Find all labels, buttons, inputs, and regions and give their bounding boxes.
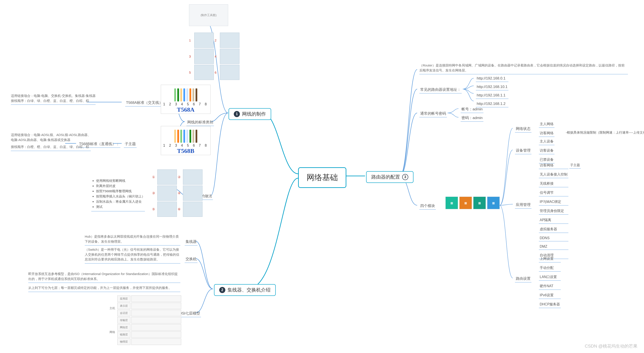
sub-topic[interactable]: 子主题	[124, 141, 137, 148]
osi-label[interactable]: OSI七层模型	[178, 310, 201, 317]
dev-mgmt-item[interactable]: 访客设备	[539, 148, 554, 154]
watermark: CSDN @桃花坞生动的芒果	[585, 343, 638, 349]
hub-label[interactable]: 集线器	[185, 238, 198, 246]
app-mgmt-item[interactable]: 无人设备接入控制	[539, 172, 568, 178]
root-node[interactable]: 网络基础	[298, 167, 346, 188]
route-set-item[interactable]: 手动分配	[539, 265, 561, 272]
router-cred-label[interactable]: 通常的帐号密码	[419, 110, 447, 117]
app-mgmt-item[interactable]: DMZ	[539, 244, 568, 250]
net-status[interactable]: 网络状态	[515, 126, 532, 132]
app-mgmt[interactable]: 应用管理	[515, 202, 532, 208]
crystal-steps-photo: ①② ③④ ⑤⑥	[152, 170, 202, 217]
cred-pass: 密码：admin	[460, 115, 484, 122]
osi-diagram: 主机网络 应用层表示层会话层传输层网络层链路层物理层	[109, 296, 181, 345]
route-set-item[interactable]: DHCP服务器	[539, 302, 561, 308]
branch-cable-label: 网线的制作	[242, 111, 266, 117]
hub-desc: Hub）是指将多条以太网双绞线或光纤集合连接在同一段物理介质下的设备。发生在物理…	[85, 234, 180, 246]
module-icons: ▦ ▦ ▦ ▦	[446, 196, 500, 209]
route-set[interactable]: 路由设置	[515, 276, 532, 282]
route-set-item[interactable]: LAN口设置	[539, 274, 561, 281]
switch-label[interactable]: 交换机	[185, 256, 198, 263]
app-mgmt-item[interactable]: AP隔离	[539, 217, 568, 224]
four-modules[interactable]: 四个模块	[419, 203, 436, 210]
router-desc: （Router）是连接因特网中各局域网、广域网的设备。在路由器中记录着路由表，它…	[419, 63, 628, 74]
app-mgmt-item[interactable]: 管理员身份限定	[539, 208, 568, 214]
net-status-item[interactable]: 访客网络	[539, 130, 554, 137]
guest-note: -根据具体情况做限制（限制网速：上行速率----上传文件...下行速率：看视频.…	[565, 130, 644, 135]
tools-image: (制作工具图)	[189, 4, 228, 26]
badge-3: 3	[402, 174, 408, 180]
cred-user: 帐号：admin	[460, 106, 484, 113]
switch-desc: （Switch）是一种用于电（光）信号转发的网络设备。它可以为接入交换机的任意两…	[85, 247, 180, 264]
t568b-diagram: 1 2 3 4 5 6 7 8 T568B	[161, 126, 210, 155]
net-status-item[interactable]: 主人网络	[539, 121, 554, 128]
branch-hub-label: 集线器、交换机介绍	[228, 287, 270, 293]
route-set-item[interactable]: 硬件NAT	[539, 283, 561, 290]
badge-1: 1	[234, 111, 240, 117]
app-sub: 子主题	[569, 162, 581, 168]
route-set-item[interactable]: 上网设置	[539, 256, 561, 262]
router-addr[interactable]: http://192.168.1.1	[476, 92, 508, 99]
branch-router-label: 路由器的配置	[371, 174, 400, 180]
app-mgmt-item[interactable]: 访客网络	[539, 162, 568, 169]
dev-mgmt-item[interactable]: 主人设备	[539, 138, 554, 145]
branch-router-config[interactable]: 路由器的配置 3	[366, 171, 414, 183]
app-mgmt-item[interactable]: 无线桥接	[539, 181, 568, 187]
badge-2: 2	[219, 287, 225, 293]
app-mgmt-item[interactable]: IP与MAC绑定	[539, 199, 568, 206]
osi-desc: 即开放系统互连参考模型，是由ISO（International Organiza…	[28, 272, 180, 293]
t568a-notes: 适用链接场合：电脑-电脑、交换机-交换机、集线器-集线器 接线顺序：白绿、绿、白…	[11, 94, 96, 105]
route-set-item[interactable]: IPv6设置	[539, 292, 561, 299]
router-addr[interactable]: http://192.168.0.1	[476, 76, 508, 82]
app-mgmt-item[interactable]: DDNS	[539, 236, 568, 241]
app-mgmt-item[interactable]: 信号调节	[539, 190, 568, 196]
crystal-steps-list: 使用网线钳剪断网线剥离外层封皮按照T568B顺序整理网线按照顺序插入水晶头（铜片…	[91, 178, 145, 211]
router-addr-label[interactable]: 常见的路由器设置地址：	[419, 86, 462, 94]
dev-mgmt[interactable]: 设备管理	[515, 147, 532, 154]
app-mgmt-item[interactable]: 虚拟服务器	[539, 226, 568, 233]
steps-photo-grid-top: 12 34 56	[189, 32, 240, 80]
t568a-diagram: 1 2 3 4 5 6 7 8 T568A	[161, 85, 210, 114]
standard-types[interactable]: 网线的标准类别	[186, 119, 214, 126]
router-addr[interactable]: http://192.168.10.1	[476, 84, 508, 90]
t568b-notes: 适用链接场合：电脑-ADSL猫、ADSL猫-ADSL路由器、 电脑-ADSL路由…	[11, 132, 91, 151]
branch-hub-switch[interactable]: 2 集线器、交换机介绍	[214, 284, 276, 296]
branch-cable-making[interactable]: 1 网线的制作	[228, 108, 271, 120]
